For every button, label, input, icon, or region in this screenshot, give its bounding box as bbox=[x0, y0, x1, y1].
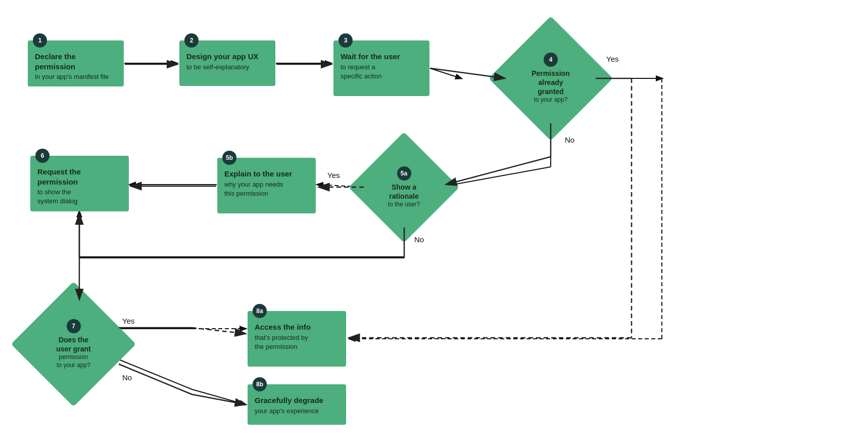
flowchart-diagram: 1 Declare the permission in your app's m… bbox=[0, 0, 868, 446]
label-no-n7: No bbox=[122, 373, 132, 382]
node-8a-subtitle: that's protected by the permission bbox=[255, 333, 339, 351]
node-7-subtitle: permission to your app? bbox=[57, 353, 90, 369]
badge-5b: 5b bbox=[222, 151, 236, 165]
badge-8a: 8a bbox=[253, 304, 267, 318]
label-no-n4: No bbox=[565, 136, 574, 144]
node-4-subtitle: to your app? bbox=[534, 96, 568, 104]
node-5a-title: Show a rationale bbox=[389, 183, 418, 201]
node-3-subtitle: to request a specific action bbox=[341, 63, 422, 81]
node-4: 4 Permission already granted to your app… bbox=[507, 34, 595, 122]
badge-3: 3 bbox=[339, 33, 353, 48]
badge-8b: 8b bbox=[253, 377, 267, 391]
node-8a: 8a Access the info that's protected by t… bbox=[248, 311, 346, 367]
node-6: 6 Request the permission to show the sys… bbox=[30, 156, 129, 211]
node-7: 7 Does the user grant permission to your… bbox=[29, 300, 118, 388]
node-5b-title: Explain to the user bbox=[224, 169, 309, 179]
badge-7: 7 bbox=[67, 319, 81, 333]
label-yes-n7: Yes bbox=[122, 317, 134, 325]
badge-6: 6 bbox=[35, 149, 50, 163]
node-3: 3 Wait for the user to request a specifi… bbox=[333, 40, 429, 96]
badge-4: 4 bbox=[544, 53, 558, 67]
label-no-n5a: No bbox=[414, 235, 424, 244]
badge-1: 1 bbox=[33, 33, 47, 48]
node-8a-title: Access the info bbox=[255, 322, 339, 332]
node-2: 2 Design your app UX to be self-explanat… bbox=[179, 40, 275, 86]
node-6-subtitle: to show the system dialog bbox=[37, 188, 122, 206]
svg-line-2 bbox=[430, 68, 461, 78]
svg-line-18 bbox=[192, 389, 246, 405]
node-5b-subtitle: why your app needs this permission bbox=[224, 180, 309, 198]
node-7-title: Does the user grant bbox=[56, 335, 90, 353]
label-yes-n4: Yes bbox=[606, 55, 618, 63]
node-5a-subtitle: to the user? bbox=[388, 201, 420, 209]
badge-2: 2 bbox=[184, 33, 199, 48]
badge-5a: 5a bbox=[397, 166, 411, 181]
node-1-title: Declare the permission bbox=[35, 52, 117, 71]
node-2-subtitle: to be self-explanatory bbox=[186, 63, 268, 72]
node-1: 1 Declare the permission in your app's m… bbox=[28, 40, 124, 86]
node-2-title: Design your app UX bbox=[186, 52, 268, 62]
node-3-title: Wait for the user bbox=[341, 52, 422, 62]
node-4-title: Permission already granted bbox=[532, 69, 569, 97]
label-yes-n5a: Yes bbox=[327, 171, 340, 180]
node-8b-title: Gracefully degrade bbox=[255, 395, 339, 406]
node-1-subtitle: in your app's manifest file bbox=[35, 72, 117, 81]
node-8b-subtitle: your app's experience bbox=[255, 407, 339, 416]
node-5b: 5b Explain to the user why your app need… bbox=[217, 158, 316, 213]
node-6-title: Request the permission bbox=[37, 167, 122, 187]
node-5a: 5a Show a rationale to the user? bbox=[365, 148, 443, 227]
node-8b: 8b Gracefully degrade your app's experie… bbox=[248, 384, 346, 425]
